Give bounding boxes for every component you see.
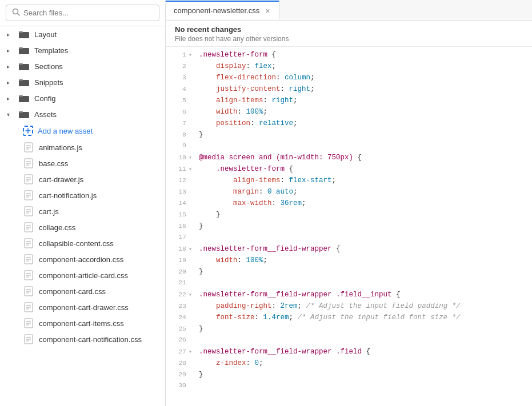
line-number: 16 bbox=[170, 221, 186, 231]
code-editor[interactable]: 1▾.newsletter-form {2 display: flex;3 fl… bbox=[166, 47, 532, 406]
tab-close-button[interactable]: × bbox=[264, 7, 271, 15]
line-number: 8 bbox=[170, 130, 186, 140]
file-item-component-cart-notification-css[interactable]: component-cart-notification.css bbox=[0, 331, 165, 347]
line-number: 25 bbox=[170, 324, 186, 334]
line-number: 21 bbox=[170, 278, 186, 288]
file-label: collapsible-content.css bbox=[39, 239, 114, 248]
code-line: 5 align-items: right; bbox=[166, 95, 532, 106]
folder-icon bbox=[18, 110, 30, 119]
line-number: 11 bbox=[170, 164, 186, 174]
code-line: 28 z-index: 0; bbox=[166, 357, 532, 369]
code-line: 15 } bbox=[166, 209, 532, 220]
file-item-cart-js[interactable]: cart.js bbox=[0, 203, 165, 219]
tab-label: component-newsletter.css bbox=[174, 6, 259, 15]
code-content: align-items: right; bbox=[197, 95, 527, 106]
file-item-component-card-css[interactable]: component-card.css bbox=[0, 283, 165, 299]
folder-icon bbox=[18, 94, 30, 103]
file-item-component-cart-drawer-css[interactable]: component-cart-drawer.css bbox=[0, 299, 165, 315]
code-content: width: 100%; bbox=[197, 106, 527, 118]
folder-label: Snippets bbox=[34, 78, 63, 87]
file-label: cart-notification.js bbox=[39, 191, 97, 200]
code-content: padding-right: 2rem; /* Adjust the input… bbox=[197, 300, 527, 312]
file-item-cart-drawer-js[interactable]: cart-drawer.js bbox=[0, 171, 165, 187]
line-number: 13 bbox=[170, 187, 186, 197]
code-content: flex-direction: column; bbox=[197, 72, 527, 83]
file-item-cart-notification-js[interactable]: cart-notification.js bbox=[0, 187, 165, 203]
line-number: 30 bbox=[170, 380, 186, 391]
code-content: .newsletter-form { bbox=[197, 163, 527, 175]
file-label: component-cart-drawer.css bbox=[39, 303, 129, 312]
file-icon bbox=[23, 271, 34, 280]
sidebar-item-layout[interactable]: ▸ Layout bbox=[0, 26, 165, 42]
svg-rect-13 bbox=[19, 79, 23, 81]
svg-rect-4 bbox=[19, 31, 23, 33]
file-item-base-css[interactable]: base.css bbox=[0, 155, 165, 171]
folder-label: Config bbox=[34, 94, 56, 103]
search-area bbox=[0, 0, 165, 26]
info-title: No recent changes bbox=[175, 25, 523, 34]
line-number: 17 bbox=[170, 232, 186, 242]
folder-label: Templates bbox=[34, 46, 68, 55]
fold-arrow[interactable]: ▾ bbox=[189, 291, 197, 300]
file-label: animations.js bbox=[39, 143, 82, 152]
file-icon bbox=[23, 319, 34, 328]
fold-arrow[interactable]: ▾ bbox=[189, 165, 197, 174]
code-line: 1▾.newsletter-form { bbox=[166, 49, 532, 61]
folder-icon bbox=[18, 62, 30, 71]
file-item-component-accordion-css[interactable]: component-accordion.css bbox=[0, 251, 165, 267]
chevron-icon: ▸ bbox=[7, 63, 14, 70]
sidebar-item-assets[interactable]: ▾ Assets bbox=[0, 106, 165, 122]
add-asset-label: Add a new asset bbox=[38, 127, 93, 135]
folder-icon bbox=[18, 30, 30, 39]
code-content: .newsletter-form { bbox=[197, 49, 527, 61]
line-number: 23 bbox=[170, 301, 186, 311]
line-number: 19 bbox=[170, 255, 186, 266]
code-line: 10▾@media screen and (min-width: 750px) … bbox=[166, 152, 532, 163]
code-line: 25 } bbox=[166, 323, 532, 335]
code-content: max-width: 36rem; bbox=[197, 198, 527, 209]
file-item-collage-css[interactable]: collage.css bbox=[0, 219, 165, 235]
file-icon bbox=[23, 239, 34, 248]
file-label: component-cart-items.css bbox=[39, 319, 124, 328]
svg-rect-7 bbox=[19, 47, 23, 49]
code-content: z-index: 0; bbox=[197, 357, 527, 369]
search-box[interactable] bbox=[6, 5, 159, 21]
code-content: .newsletter-form__field-wrapper .field { bbox=[197, 346, 527, 357]
line-number: 3 bbox=[170, 73, 186, 83]
file-icon bbox=[23, 223, 34, 232]
code-content: font-size: 1.4rem; /* Adjust the input f… bbox=[197, 312, 527, 323]
code-content: width: 100%; bbox=[197, 255, 527, 266]
line-number: 15 bbox=[170, 210, 186, 220]
sidebar-item-snippets[interactable]: ▸ Snippets bbox=[0, 74, 165, 90]
file-item-component-cart-items-css[interactable]: component-cart-items.css bbox=[0, 315, 165, 331]
sidebar-item-config[interactable]: ▸ Config bbox=[0, 90, 165, 106]
sidebar-item-templates[interactable]: ▸ Templates bbox=[0, 42, 165, 58]
search-input[interactable] bbox=[23, 9, 153, 17]
line-number: 12 bbox=[170, 175, 186, 186]
add-asset-button[interactable]: Add a new asset bbox=[0, 122, 165, 139]
code-line: 24 font-size: 1.4rem; /* Adjust the inpu… bbox=[166, 312, 532, 323]
fold-arrow[interactable]: ▾ bbox=[189, 154, 197, 163]
code-line: 3 flex-direction: column; bbox=[166, 72, 532, 83]
file-label: collage.css bbox=[39, 223, 75, 232]
chevron-icon: ▸ bbox=[7, 79, 14, 86]
sidebar-item-sections[interactable]: ▸ Sections bbox=[0, 58, 165, 74]
file-item-collapsible-content-css[interactable]: collapsible-content.css bbox=[0, 235, 165, 251]
line-number: 29 bbox=[170, 369, 186, 380]
folder-icon bbox=[18, 78, 30, 87]
code-line: 14 max-width: 36rem; bbox=[166, 198, 532, 209]
active-tab[interactable]: component-newsletter.css × bbox=[166, 1, 279, 19]
file-item-component-article-card-css[interactable]: component-article-card.css bbox=[0, 267, 165, 283]
fold-arrow[interactable]: ▾ bbox=[189, 245, 197, 254]
add-asset-icon bbox=[23, 126, 33, 136]
file-label: component-card.css bbox=[39, 287, 106, 296]
file-item-animations-js[interactable]: animations.js bbox=[0, 139, 165, 155]
code-line: 19 width: 100%; bbox=[166, 255, 532, 266]
code-content: margin: 0 auto; bbox=[197, 186, 527, 198]
fold-arrow[interactable]: ▾ bbox=[189, 348, 197, 357]
code-line: 23 padding-right: 2rem; /* Adjust the in… bbox=[166, 300, 532, 312]
file-icon bbox=[23, 335, 34, 344]
fold-arrow[interactable]: ▾ bbox=[189, 51, 197, 60]
svg-line-1 bbox=[18, 14, 20, 16]
code-line: 29 } bbox=[166, 369, 532, 380]
